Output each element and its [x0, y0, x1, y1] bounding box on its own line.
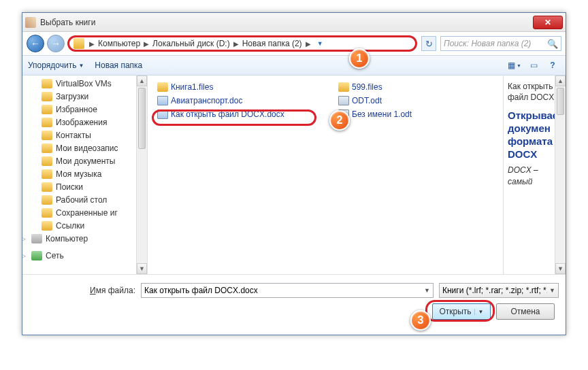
folder-icon	[42, 221, 52, 231]
folder-icon	[42, 131, 52, 140]
scroll-down-icon[interactable]: ▼	[555, 263, 566, 274]
organize-menu[interactable]: Упорядочить▼	[28, 61, 84, 70]
preview-pane: Как открыть файл DOCX Открывае докумен ф…	[503, 75, 566, 274]
file-item[interactable]: Авиатранспорт.doc	[157, 95, 327, 107]
tree-item[interactable]: Рабочий стол	[22, 193, 147, 206]
preview-filename: Как открыть файл DOCX	[508, 81, 561, 103]
chevron-right-icon[interactable]: ▶	[231, 40, 241, 48]
folder-icon	[74, 38, 84, 49]
folder-icon	[338, 82, 349, 92]
odt-icon	[338, 96, 349, 105]
chevron-right-icon[interactable]: ▶	[142, 40, 151, 48]
forward-button[interactable]: →	[47, 35, 65, 52]
tree-item[interactable]: VirtualBox VMs	[22, 77, 147, 90]
scroll-up-icon[interactable]: ▲	[555, 75, 566, 86]
preview-scrollbar[interactable]: ▲ ▼	[555, 75, 566, 274]
breadcrumb-seg[interactable]: Компьютер	[97, 39, 142, 48]
folder-icon	[42, 144, 52, 153]
tree-item[interactable]: Сохраненные иг	[22, 206, 147, 219]
footer: Имя файла: Как открыть файл DOCX.docx▼ К…	[22, 274, 566, 326]
folder-icon	[42, 195, 52, 205]
scroll-thumb[interactable]	[557, 88, 564, 115]
search-input[interactable]: Поиск: Новая папка (2) 🔍	[440, 36, 561, 51]
tree-item[interactable]: Изображения	[22, 116, 147, 129]
search-icon: 🔍	[547, 39, 558, 49]
search-placeholder: Поиск: Новая папка (2)	[444, 39, 531, 48]
folder-icon	[42, 208, 52, 218]
help-button[interactable]: ?	[545, 58, 560, 72]
folder-icon	[42, 118, 52, 127]
toolbar: Упорядочить▼ Новая папка ▦▼ ▭ ?	[22, 55, 566, 75]
close-button[interactable]: ✕	[533, 16, 563, 29]
titlebar: Выбрать книги ✕	[22, 13, 566, 32]
tree-item[interactable]: Контакты	[22, 129, 147, 141]
file-item[interactable]: Как открыть файл DOCX.docx	[157, 108, 327, 120]
annotation-badge-3: 3	[410, 310, 431, 331]
folder-icon	[42, 105, 52, 114]
cancel-button[interactable]: Отмена	[496, 303, 555, 320]
folder-icon	[42, 92, 52, 101]
scroll-thumb[interactable]	[138, 88, 146, 149]
chevron-down-icon: ▼	[78, 63, 84, 69]
tree-computer[interactable]: ▷Компьютер	[22, 232, 147, 245]
body: VirtualBox VMsЗагрузкиИзбранноеИзображен…	[22, 75, 566, 274]
window-title: Выбрать книги	[40, 18, 533, 27]
open-file-dialog: Выбрать книги ✕ ← → ▶ Компьютер ▶ Локаль…	[22, 12, 566, 335]
chevron-right-icon[interactable]: ▶	[304, 40, 313, 48]
network-icon	[31, 251, 42, 260]
tree-scrollbar[interactable]: ▲ ▼	[136, 75, 147, 274]
folder-icon	[42, 169, 52, 179]
chevron-right-icon[interactable]: ▶	[87, 40, 97, 48]
odt-icon	[338, 110, 349, 119]
tree-item[interactable]: Загрузки	[22, 90, 147, 103]
annotation-badge-1: 1	[349, 48, 370, 69]
folder-icon	[42, 79, 52, 88]
scroll-up-icon[interactable]: ▲	[137, 75, 147, 86]
tree-item[interactable]: Избранное	[22, 103, 147, 116]
tree-item[interactable]: Мои документы	[22, 154, 147, 167]
doc-icon	[157, 96, 168, 105]
file-list[interactable]: Книга1.filesАвиатранспорт.docКак открыть…	[148, 75, 503, 274]
app-icon	[25, 17, 36, 28]
doc-icon	[157, 110, 168, 119]
preview-pane-button[interactable]: ▭	[526, 58, 541, 72]
chevron-down-icon[interactable]: ▼	[547, 287, 555, 294]
chevron-down-icon[interactable]: ▼	[424, 287, 430, 294]
view-options-button[interactable]: ▦▼	[507, 58, 522, 72]
navbar: ← → ▶ Компьютер ▶ Локальный диск (D:) ▶ …	[22, 32, 566, 55]
new-folder-button[interactable]: Новая папка	[95, 61, 142, 70]
computer-icon	[31, 234, 42, 243]
folder-icon	[42, 156, 52, 166]
breadcrumb-dropdown-icon[interactable]: ▼	[317, 40, 323, 47]
tree-item[interactable]: Моя музыка	[22, 167, 147, 180]
filetype-select[interactable]: Книги (*.lrf; *.rar; *.zip; *.rtf; *.lit…	[439, 283, 559, 298]
open-button[interactable]: Открыть▼	[432, 303, 491, 320]
filename-label: Имя файла:	[29, 286, 135, 295]
file-item[interactable]: 599.files	[338, 81, 461, 93]
folder-icon	[157, 82, 168, 92]
preview-heading: Открывае докумен формата DOCX	[508, 110, 561, 161]
refresh-button[interactable]: ↻	[421, 36, 436, 51]
file-item[interactable]: Без имени 1.odt	[338, 108, 461, 120]
tree-item[interactable]: Поиски	[22, 180, 147, 193]
tree-item[interactable]: Ссылки	[22, 219, 147, 232]
filename-input[interactable]: Как открыть файл DOCX.docx▼	[141, 283, 434, 298]
scroll-down-icon[interactable]: ▼	[137, 263, 147, 274]
folder-icon	[42, 182, 52, 192]
file-item[interactable]: ODT.odt	[338, 95, 461, 107]
back-button[interactable]: ←	[27, 35, 44, 52]
expand-icon[interactable]: ▷	[22, 235, 28, 242]
tree-network[interactable]: ▷Сеть	[22, 249, 147, 262]
breadcrumb-seg[interactable]: Локальный диск (D:)	[151, 39, 231, 48]
preview-body: DOCX – самый	[508, 165, 561, 188]
expand-icon[interactable]: ▷	[22, 252, 28, 259]
folder-tree[interactable]: VirtualBox VMsЗагрузкиИзбранноеИзображен…	[22, 75, 148, 274]
file-item[interactable]: Книга1.files	[157, 81, 327, 93]
tree-item[interactable]: Мои видеозапис	[22, 141, 147, 154]
split-chevron-icon[interactable]: ▼	[474, 309, 484, 315]
breadcrumb-seg[interactable]: Новая папка (2)	[241, 39, 304, 48]
